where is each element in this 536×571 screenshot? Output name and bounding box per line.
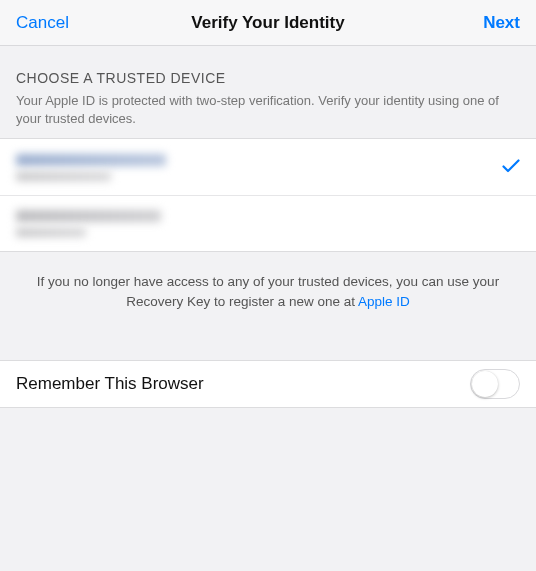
- device-detail-redacted: [16, 228, 86, 237]
- checkmark-icon: [502, 157, 520, 178]
- device-item[interactable]: [0, 195, 536, 251]
- device-info: [16, 154, 166, 181]
- device-list: [0, 138, 536, 252]
- page-title: Verify Your Identity: [76, 13, 460, 33]
- footer-note: If you no longer have access to any of y…: [0, 252, 536, 331]
- cancel-button[interactable]: Cancel: [16, 13, 76, 33]
- next-button[interactable]: Next: [460, 13, 520, 33]
- device-name-redacted: [16, 210, 161, 222]
- nav-header: Cancel Verify Your Identity Next: [0, 0, 536, 46]
- section-title: CHOOSE A TRUSTED DEVICE: [16, 70, 520, 86]
- device-item[interactable]: [0, 139, 536, 195]
- device-name-redacted: [16, 154, 166, 166]
- section-description: Your Apple ID is protected with two-step…: [16, 92, 520, 128]
- remember-toggle[interactable]: [470, 369, 520, 399]
- remember-label: Remember This Browser: [16, 374, 204, 394]
- section-header: CHOOSE A TRUSTED DEVICE Your Apple ID is…: [0, 46, 536, 138]
- apple-id-link[interactable]: Apple ID: [358, 294, 410, 309]
- footer-text: If you no longer have access to any of y…: [37, 274, 499, 309]
- device-info: [16, 210, 161, 237]
- toggle-knob: [472, 371, 498, 397]
- remember-row: Remember This Browser: [0, 360, 536, 408]
- device-detail-redacted: [16, 172, 111, 181]
